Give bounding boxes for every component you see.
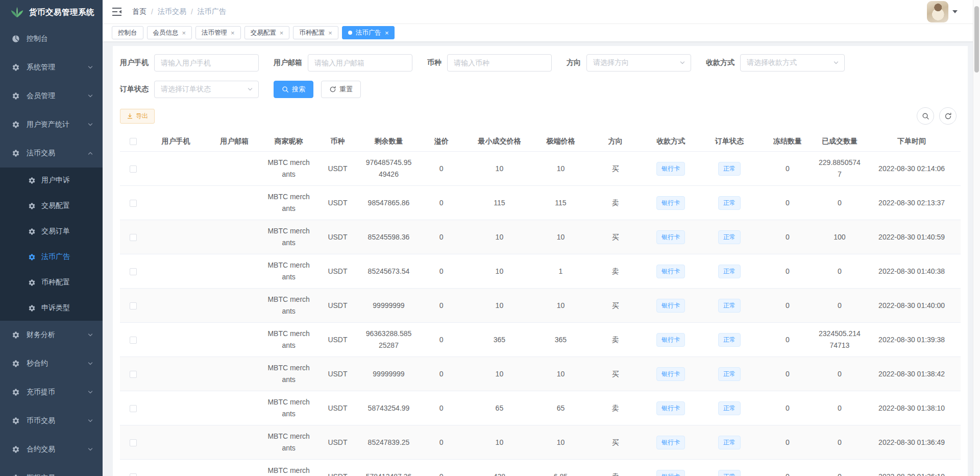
- sidebar-item-3[interactable]: 用户资产统计: [0, 110, 103, 139]
- 订单状态-select[interactable]: 请选择订单状态: [154, 81, 259, 98]
- 用户邮箱-input[interactable]: [308, 54, 412, 72]
- filter-row-1: 用户手机用户邮箱币种方向请选择方向收款方式请选择收款方式: [120, 54, 961, 72]
- page-scrollbar: [973, 0, 980, 476]
- order-status-tag: 正常: [718, 333, 741, 347]
- app-logo[interactable]: 货币交易管理系统: [0, 0, 103, 25]
- cell: 银行卡: [641, 220, 700, 254]
- cell: 正常: [700, 289, 758, 323]
- row-checkbox[interactable]: [130, 268, 137, 275]
- select-placeholder: 请选择订单状态: [161, 85, 211, 94]
- table-row: MBTC merchantsUSDT9999999901010买银行卡正常002…: [120, 289, 961, 323]
- sidebar-item-4[interactable]: 法币交易: [0, 139, 103, 168]
- tab-5[interactable]: 法币广告×: [342, 26, 395, 39]
- tab-close-icon[interactable]: ×: [231, 30, 235, 36]
- cell: 10: [532, 220, 590, 254]
- row-checkbox[interactable]: [130, 165, 137, 173]
- select-all-checkbox[interactable]: [130, 138, 137, 145]
- row-checkbox[interactable]: [130, 234, 137, 241]
- sidebar-subitem-4-4[interactable]: 币种配置: [0, 270, 103, 295]
- row-checkbox[interactable]: [130, 439, 137, 446]
- toggle-search-button[interactable]: [917, 107, 934, 125]
- sidebar-item-label: 会员管理: [27, 91, 87, 101]
- order-status-tag: 正常: [718, 436, 741, 449]
- search-button[interactable]: 搜索: [274, 81, 313, 98]
- sidebar-item-8[interactable]: 币币交易: [0, 407, 103, 435]
- cell: MBTC merchants: [264, 391, 313, 425]
- avatar[interactable]: [927, 1, 948, 22]
- tab-4[interactable]: 币种配置×: [293, 26, 338, 39]
- sidebar-item-5[interactable]: 财务分析: [0, 321, 103, 349]
- cell: 0: [415, 323, 467, 357]
- tab-close-icon[interactable]: ×: [328, 30, 332, 36]
- row-checkbox[interactable]: [130, 302, 137, 310]
- chevron-up-icon: [87, 150, 93, 156]
- tab-close-icon[interactable]: ×: [182, 30, 186, 36]
- sidebar-item-label: 系统管理: [27, 63, 87, 72]
- column-header: 已成交数量: [817, 131, 863, 152]
- cell: 0: [817, 425, 863, 460]
- sidebar-subitem-label: 币种配置: [41, 278, 93, 287]
- cell: [147, 186, 205, 220]
- refresh-table-button[interactable]: [939, 107, 957, 125]
- sidebar-subitem-4-3[interactable]: 法币广告: [0, 244, 103, 270]
- cell: USDT: [313, 391, 362, 425]
- sidebar-item-10[interactable]: 期权交易: [0, 464, 103, 476]
- tab-close-icon[interactable]: ×: [385, 30, 389, 36]
- sidebar-item-6[interactable]: 秒合约: [0, 349, 103, 378]
- cell: MBTC merchants: [264, 357, 313, 391]
- breadcrumb-separator: /: [191, 8, 193, 16]
- sidebar-submenu: 用户申诉交易配置交易订单法币广告币种配置申诉类型: [0, 168, 103, 321]
- 收款方式-select[interactable]: 请选择收款方式: [740, 54, 845, 72]
- row-checkbox[interactable]: [130, 200, 137, 207]
- gear-icon: [28, 279, 36, 287]
- tab-close-icon[interactable]: ×: [280, 30, 284, 36]
- cell: 银行卡: [641, 357, 700, 391]
- cell: 58743254.99: [362, 391, 415, 425]
- cell: 0: [415, 152, 467, 186]
- user-menu-caret-icon[interactable]: [952, 10, 958, 13]
- row-checkbox[interactable]: [130, 473, 137, 476]
- 币种-input[interactable]: [447, 54, 552, 72]
- sidebar-item-1[interactable]: 系统管理: [0, 53, 103, 82]
- sidebar-subitem-4-0[interactable]: 用户申诉: [0, 168, 103, 193]
- cell: 0: [758, 220, 817, 254]
- order-status-tag: 正常: [718, 265, 741, 278]
- cell: 10: [467, 425, 531, 460]
- sidebar-subitem-4-1[interactable]: 交易配置: [0, 193, 103, 219]
- sidebar-item-0[interactable]: 控制台: [0, 25, 103, 53]
- sidebar-subitem-4-2[interactable]: 交易订单: [0, 219, 103, 244]
- row-checkbox[interactable]: [130, 405, 137, 412]
- sidebar-subitem-4-5[interactable]: 申诉类型: [0, 295, 103, 321]
- search-button-label: 搜索: [292, 85, 305, 94]
- menu-fold-icon[interactable]: [112, 7, 122, 16]
- payment-method-tag: 银行卡: [656, 333, 685, 347]
- payment-method-tag: 银行卡: [656, 265, 685, 278]
- row-checkbox[interactable]: [130, 337, 137, 344]
- cell: 10: [467, 289, 531, 323]
- breadcrumb-item[interactable]: 法币交易: [158, 7, 186, 16]
- cell: [205, 323, 264, 357]
- gear-icon: [12, 445, 20, 454]
- cell: [205, 289, 264, 323]
- cell: 438: [467, 460, 531, 476]
- sidebar-item-2[interactable]: 会员管理: [0, 82, 103, 110]
- scrollbar-thumb[interactable]: [974, 6, 979, 73]
- cell: 115: [532, 186, 590, 220]
- breadcrumb-home[interactable]: 首页: [132, 7, 146, 16]
- cell: 2022-08-30 01:36:49: [863, 425, 961, 460]
- sidebar-item-9[interactable]: 合约交易: [0, 435, 103, 464]
- tab-3[interactable]: 交易配置×: [244, 26, 290, 39]
- tab-2[interactable]: 法币管理×: [195, 26, 241, 39]
- 用户手机-input[interactable]: [154, 54, 259, 72]
- 方向-select[interactable]: 请选择方向: [586, 54, 691, 72]
- row-checkbox[interactable]: [130, 371, 137, 378]
- cell: MBTC merchants: [264, 186, 313, 220]
- table-row: MBTC merchantsUSDT976485745.954942601010…: [120, 152, 961, 186]
- tab-0[interactable]: 控制台: [112, 26, 143, 39]
- export-button[interactable]: 导出: [120, 109, 155, 124]
- cell: 0: [758, 254, 817, 289]
- sidebar-item-7[interactable]: 充币提币: [0, 378, 103, 407]
- reset-button[interactable]: 重置: [321, 81, 361, 98]
- gear-icon: [12, 63, 20, 72]
- tab-1[interactable]: 会员信息×: [147, 26, 192, 39]
